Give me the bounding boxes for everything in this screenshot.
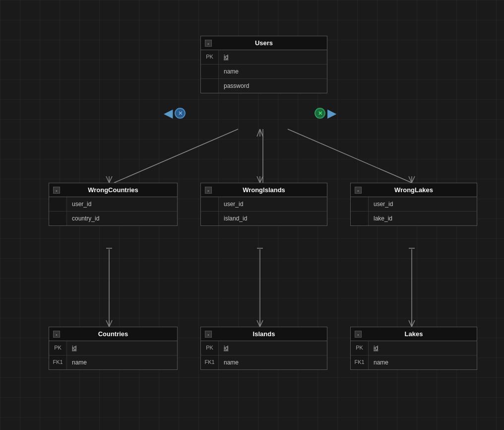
wl-lakeid-val: lake_id — [369, 212, 397, 225]
lakes-collapse-btn[interactable]: - — [355, 331, 362, 338]
users-title: Users — [255, 39, 273, 47]
svg-line-20 — [109, 320, 112, 327]
wi-islandid-key — [201, 212, 219, 225]
islands-name-key: FK1 — [201, 356, 219, 369]
wrong-islands-table: - WrongIslands user_id island_id — [200, 183, 327, 226]
wrong-islands-collapse-btn[interactable]: - — [205, 187, 212, 194]
nav-left: ◀ ✕ — [164, 107, 186, 119]
svg-line-2 — [288, 129, 412, 183]
wrong-countries-title: WrongCountries — [88, 186, 138, 194]
islands-table: - Islands PK id FK1 name — [200, 327, 327, 370]
svg-line-12 — [409, 176, 412, 183]
islands-name-val: name — [219, 356, 244, 369]
svg-line-14 — [412, 176, 415, 183]
right-close-circle[interactable]: ✕ — [315, 108, 325, 119]
countries-title: Countries — [98, 330, 128, 338]
wrong-islands-title: WrongIslands — [243, 186, 285, 194]
wc-userid-key — [49, 197, 67, 211]
wrong-lakes-title: WrongLakes — [394, 186, 433, 194]
wi-userid-val: user_id — [219, 197, 248, 211]
wrong-lakes-table: - WrongLakes user_id lake_id — [350, 183, 477, 226]
wl-userid-val: user_id — [369, 197, 398, 211]
left-close-circle[interactable]: ✕ — [175, 108, 186, 119]
users-password-key — [201, 79, 219, 93]
lakes-table: - Lakes PK id FK1 name — [350, 327, 477, 370]
svg-line-0 — [114, 129, 238, 183]
nav-right: ✕ ▶ — [315, 107, 336, 119]
svg-line-5 — [260, 129, 263, 137]
countries-table: - Countries PK id FK1 name — [49, 327, 178, 370]
users-name-val: name — [219, 65, 244, 78]
users-collapse-btn[interactable]: - — [205, 40, 212, 47]
left-arrow[interactable]: ◀ — [164, 107, 173, 119]
lakes-name-val: name — [369, 356, 393, 369]
lakes-name-key: FK1 — [351, 356, 369, 369]
islands-id-key: PK — [201, 341, 219, 355]
svg-line-23 — [260, 320, 263, 327]
islands-collapse-btn[interactable]: - — [205, 331, 212, 338]
wrong-countries-table: - WrongCountries user_id country_id — [49, 183, 178, 226]
islands-title: Islands — [253, 330, 275, 338]
users-table: - Users PK id name password — [200, 36, 327, 93]
svg-line-6 — [106, 176, 109, 183]
islands-id-val: id — [219, 341, 233, 355]
wi-userid-key — [201, 197, 219, 211]
svg-line-18 — [106, 320, 109, 327]
right-arrow[interactable]: ▶ — [327, 107, 336, 119]
wc-countryid-key — [49, 212, 67, 225]
users-id-val: id — [219, 50, 233, 64]
wrong-lakes-collapse-btn[interactable]: - — [355, 187, 362, 194]
wl-lakeid-key — [351, 212, 369, 225]
svg-line-11 — [260, 176, 263, 183]
svg-line-8 — [109, 176, 112, 183]
svg-line-24 — [409, 320, 412, 327]
lakes-title: Lakes — [405, 330, 423, 338]
wl-userid-key — [351, 197, 369, 211]
countries-id-val: id — [67, 341, 81, 355]
svg-line-9 — [257, 176, 260, 183]
wi-islandid-val: island_id — [219, 212, 252, 225]
svg-line-3 — [257, 129, 260, 137]
wc-userid-val: user_id — [67, 197, 96, 211]
wrong-countries-collapse-btn[interactable]: - — [53, 187, 60, 194]
users-id-key: PK — [201, 50, 219, 64]
svg-line-21 — [257, 320, 260, 327]
lakes-id-val: id — [369, 341, 383, 355]
users-name-key — [201, 65, 219, 78]
countries-name-key: FK1 — [49, 356, 67, 369]
countries-name-val: name — [67, 356, 92, 369]
countries-id-key: PK — [49, 341, 67, 355]
lakes-id-key: PK — [351, 341, 369, 355]
countries-collapse-btn[interactable]: - — [53, 331, 60, 338]
users-password-val: password — [219, 79, 254, 93]
wc-countryid-val: country_id — [67, 212, 104, 225]
svg-line-26 — [412, 320, 415, 327]
